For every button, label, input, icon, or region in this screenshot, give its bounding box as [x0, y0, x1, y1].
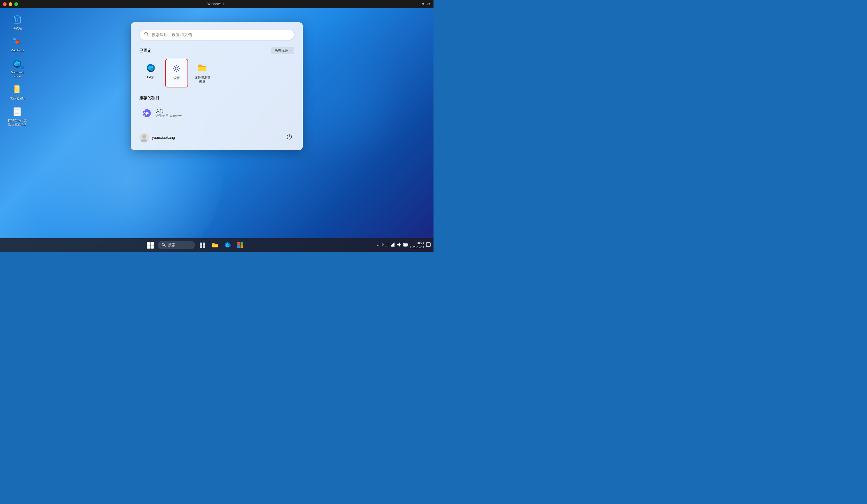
- svg-rect-41: [200, 243, 202, 245]
- getstarted-sublabel: 欢迎使用 Windows: [156, 114, 182, 118]
- svg-line-21: [147, 35, 149, 36]
- desktop-icon-sql[interactable]: 打印文本生成配置重置.sql: [6, 106, 29, 126]
- explorer-taskbar-button[interactable]: [210, 240, 220, 250]
- svg-rect-49: [391, 245, 392, 247]
- ime-indicators: 中 拼: [381, 243, 389, 247]
- notification-icon[interactable]: [426, 242, 431, 248]
- svg-line-31: [174, 70, 175, 71]
- speaker-icon[interactable]: [397, 242, 402, 248]
- desktop-icon-recycle-bin[interactable]: 回收站: [6, 14, 29, 30]
- settings-icon: ⚙: [427, 2, 431, 6]
- taskbar-search[interactable]: 搜索: [158, 241, 195, 249]
- folder-taskbar-icon: [212, 242, 218, 248]
- taskbar: 搜索: [0, 238, 434, 252]
- svg-point-38: [141, 139, 147, 142]
- svg-text:🍎: 🍎: [15, 39, 20, 44]
- edge-app-icon: [145, 62, 157, 74]
- svg-line-28: [174, 66, 175, 67]
- user-avatar: [139, 133, 149, 142]
- tray-expand-icon[interactable]: ∧: [377, 243, 379, 247]
- pinned-app-edge[interactable]: Edge: [139, 59, 162, 87]
- store-taskbar-icon: [237, 242, 244, 249]
- minimize-button[interactable]: [9, 2, 12, 6]
- pinned-title: 已固定: [139, 48, 151, 53]
- start-menu: 已固定 所有应用 ›: [131, 22, 303, 150]
- getstarted-icon: [142, 108, 152, 118]
- recycle-bin-icon: [11, 14, 23, 25]
- recommended-header: 推荐的项目: [139, 96, 294, 100]
- edge-badge: [21, 66, 24, 69]
- search-input[interactable]: [152, 32, 289, 37]
- window-title: Windows 11: [207, 2, 226, 6]
- svg-rect-47: [237, 245, 240, 248]
- power-button[interactable]: [285, 132, 294, 143]
- titlebar: Windows 11 ▼ ⚙: [0, 0, 434, 8]
- svg-point-37: [142, 135, 146, 138]
- svg-line-30: [178, 66, 179, 67]
- desktop-icon-microsoft-edge[interactable]: MicrosoftEdge: [6, 58, 29, 78]
- pinned-apps-grid: Edge: [139, 59, 294, 87]
- svg-rect-50: [392, 244, 393, 247]
- svg-rect-51: [393, 244, 394, 247]
- svg-rect-43: [200, 245, 202, 248]
- titlebar-right: ▼ ⚙: [421, 2, 431, 6]
- recommended-section: 推荐的项目 入门 欢迎使用 Windows: [139, 96, 294, 121]
- svg-rect-44: [203, 245, 205, 248]
- desktop-icon-rtfd[interactable]: 未命名.rtfd: [6, 84, 29, 100]
- getstarted-text: 入门 欢迎使用 Windows: [156, 109, 182, 118]
- getstarted-label: 入门: [156, 109, 182, 114]
- svg-rect-52: [394, 243, 395, 247]
- mac-files-label: Mac Files: [10, 49, 24, 52]
- svg-line-29: [178, 70, 179, 71]
- recommended-item-getstarted[interactable]: 入门 欢迎使用 Windows: [139, 105, 294, 121]
- recommended-title: 推荐的项目: [139, 96, 159, 100]
- edge-taskbar-button[interactable]: [223, 240, 233, 250]
- wifi-icon: ▼: [421, 2, 425, 6]
- maximize-button[interactable]: [14, 2, 18, 6]
- all-apps-button[interactable]: 所有应用 ›: [271, 47, 294, 54]
- date-display: 2023/12/11: [410, 245, 424, 249]
- ime-zh-indicator: 中: [381, 243, 384, 247]
- desktop[interactable]: 回收站 🍎 Mac Files: [0, 8, 434, 252]
- all-apps-chevron: ›: [290, 49, 291, 53]
- svg-point-23: [175, 67, 178, 70]
- svg-rect-57: [426, 243, 430, 247]
- edge-icon: [11, 58, 23, 69]
- pinned-app-explorer[interactable]: 文件资源管理器: [191, 59, 214, 87]
- desktop-icons: 回收站 🍎 Mac Files: [6, 14, 29, 126]
- user-info[interactable]: yuanxiaokang: [139, 133, 175, 142]
- sql-label: 打印文本生成配置重置.sql: [8, 119, 27, 126]
- rtfd-icon: [11, 84, 23, 96]
- svg-rect-48: [240, 245, 243, 248]
- all-apps-label: 所有应用: [275, 48, 288, 53]
- search-bar-icon: [144, 32, 149, 37]
- settings-app-label: 设置: [173, 76, 180, 80]
- svg-line-40: [164, 245, 165, 247]
- taskbar-center: 搜索: [14, 240, 377, 250]
- rtfd-label: 未命名.rtfd: [10, 97, 25, 100]
- task-view-button[interactable]: [197, 240, 207, 250]
- svg-rect-56: [407, 244, 408, 245]
- system-clock[interactable]: 20:24 2023/12/11: [410, 241, 424, 249]
- explorer-app-label: 文件资源管理器: [193, 75, 212, 84]
- microsoft-edge-label: MicrosoftEdge: [11, 71, 24, 78]
- store-taskbar-button[interactable]: [235, 240, 245, 250]
- pinned-app-settings[interactable]: 设置: [165, 59, 188, 87]
- ime-pinyin-indicator: 拼: [385, 243, 389, 247]
- windows-logo-icon: [147, 242, 154, 248]
- network-icon[interactable]: [390, 242, 395, 248]
- system-tray: ∧ 中 拼: [377, 241, 434, 249]
- start-button[interactable]: [145, 240, 156, 250]
- svg-rect-42: [203, 243, 205, 245]
- sql-icon: [11, 106, 23, 118]
- mac-files-icon: 🍎: [11, 36, 23, 47]
- search-bar[interactable]: [139, 29, 294, 40]
- task-view-icon: [199, 242, 206, 248]
- user-name: yuanxiaokang: [152, 135, 175, 140]
- window-controls: [3, 2, 18, 6]
- pinned-section-header: 已固定 所有应用 ›: [139, 47, 294, 54]
- desktop-icon-mac-files[interactable]: 🍎 Mac Files: [6, 36, 29, 52]
- settings-app-icon: [171, 63, 182, 74]
- close-button[interactable]: [3, 2, 7, 6]
- battery-icon[interactable]: [403, 243, 408, 247]
